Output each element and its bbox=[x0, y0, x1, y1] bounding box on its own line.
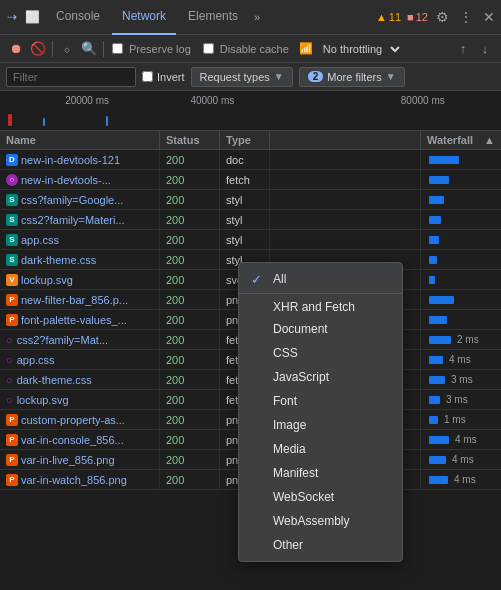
dropdown-item-document[interactable]: ✓ Document bbox=[239, 317, 402, 341]
dropdown-item-other[interactable]: ✓ Other bbox=[239, 533, 402, 557]
row-status: 200 bbox=[160, 150, 220, 169]
separator-1 bbox=[52, 41, 53, 57]
row-status: 200 bbox=[160, 310, 220, 329]
more-options-icon[interactable]: ⋮ bbox=[457, 7, 475, 27]
row-waterfall bbox=[421, 270, 501, 289]
pointer-icon[interactable]: ⇢ bbox=[4, 9, 20, 25]
row-name: ○ css2?family=Mat... bbox=[0, 330, 160, 349]
row-status: 200 bbox=[160, 250, 220, 269]
header-name: Name bbox=[0, 131, 160, 149]
warning-badge: ▲ 11 bbox=[376, 11, 401, 23]
row-waterfall: 4 ms bbox=[421, 450, 501, 469]
throttling-selector[interactable]: 📶 No throttling Fast 3G Slow 3G bbox=[299, 41, 403, 57]
waterfall-bar bbox=[429, 236, 439, 244]
row-misc bbox=[270, 190, 421, 209]
tab-elements[interactable]: Elements bbox=[178, 0, 248, 35]
resource-icon-css: S bbox=[6, 194, 18, 206]
dropdown-item-xhr[interactable]: ✓ XHR and Fetch bbox=[239, 293, 402, 317]
waterfall-bar bbox=[429, 396, 440, 404]
device-icon[interactable]: ⬜ bbox=[24, 9, 40, 25]
check-icon: ✓ bbox=[251, 272, 265, 287]
dropdown-item-javascript[interactable]: ✓ JavaScript bbox=[239, 365, 402, 389]
row-waterfall: 4 ms bbox=[421, 470, 501, 489]
disable-cache-checkbox[interactable] bbox=[203, 43, 214, 54]
request-types-button[interactable]: Request types ▼ bbox=[191, 67, 293, 87]
row-waterfall: 4 ms bbox=[421, 350, 501, 369]
table-row[interactable]: ○ new-in-devtools-... 200 fetch bbox=[0, 170, 501, 190]
download-icon[interactable]: ↓ bbox=[475, 39, 495, 59]
dropdown-arrow: ▼ bbox=[274, 71, 284, 82]
dropdown-item-font[interactable]: ✓ Font bbox=[239, 389, 402, 413]
row-type: styl bbox=[220, 190, 270, 209]
dropdown-item-media[interactable]: ✓ Media bbox=[239, 437, 402, 461]
dropdown-item-label: WebSocket bbox=[273, 490, 334, 504]
dropdown-item-manifest[interactable]: ✓ Manifest bbox=[239, 461, 402, 485]
dropdown-item-webassembly[interactable]: ✓ WebAssembly bbox=[239, 509, 402, 533]
disable-cache-label: Disable cache bbox=[220, 43, 289, 55]
preserve-log-checkbox[interactable] bbox=[112, 43, 123, 54]
tab-more[interactable]: » bbox=[250, 11, 264, 23]
separator-2 bbox=[103, 41, 104, 57]
tab-network[interactable]: Network bbox=[112, 0, 176, 35]
table-row[interactable]: S css2?family=Materi... 200 styl bbox=[0, 210, 501, 230]
invert-checkbox[interactable] bbox=[142, 71, 153, 82]
dropdown-item-all[interactable]: ✓ All bbox=[239, 267, 402, 291]
waterfall-bar bbox=[429, 376, 445, 384]
row-status: 200 bbox=[160, 430, 220, 449]
more-filters-arrow: ▼ bbox=[386, 71, 396, 82]
row-type: styl bbox=[220, 210, 270, 229]
table-row[interactable]: D new-in-devtools-121 200 doc bbox=[0, 150, 501, 170]
waterfall-bar bbox=[429, 216, 441, 224]
upload-icon[interactable]: ↑ bbox=[453, 39, 473, 59]
timeline-bars bbox=[8, 110, 493, 126]
dropdown-item-css[interactable]: ✓ CSS bbox=[239, 341, 402, 365]
filter-toggle[interactable]: ⬦ bbox=[57, 39, 77, 59]
settings-icon[interactable]: ⚙ bbox=[434, 7, 451, 27]
row-waterfall bbox=[421, 150, 501, 169]
row-waterfall bbox=[421, 250, 501, 269]
fetch-circle-icon: ○ bbox=[6, 334, 13, 346]
dropdown-item-label: Image bbox=[273, 418, 306, 432]
row-name: S app.css bbox=[0, 230, 160, 249]
row-misc bbox=[270, 230, 421, 249]
row-name: ○ dark-theme.css bbox=[0, 370, 160, 389]
preserve-log-group: Preserve log bbox=[112, 43, 193, 55]
record-button[interactable]: ⏺ bbox=[6, 39, 26, 59]
resource-icon-png: P bbox=[6, 294, 18, 306]
waterfall-bar bbox=[429, 176, 449, 184]
row-time: 4 ms bbox=[452, 454, 474, 465]
more-filters-button[interactable]: 2 More filters ▼ bbox=[299, 67, 405, 87]
resource-icon-css: S bbox=[6, 214, 18, 226]
invert-group: Invert bbox=[142, 71, 185, 83]
tab-console[interactable]: Console bbox=[46, 0, 110, 35]
row-waterfall bbox=[421, 170, 501, 189]
row-misc bbox=[270, 170, 421, 189]
waterfall-bar bbox=[429, 436, 449, 444]
timeline-bar-1 bbox=[43, 118, 45, 126]
clear-button[interactable]: 🚫 bbox=[28, 39, 48, 59]
resource-icon-css: S bbox=[6, 254, 18, 266]
dropdown-item-image[interactable]: ✓ Image bbox=[239, 413, 402, 437]
table-row[interactable]: S app.css 200 styl bbox=[0, 230, 501, 250]
row-waterfall bbox=[421, 210, 501, 229]
dropdown-item-websocket[interactable]: ✓ WebSocket bbox=[239, 485, 402, 509]
tab-right-actions: ▲ 11 ■ 12 ⚙ ⋮ ✕ bbox=[376, 7, 497, 27]
invert-label: Invert bbox=[157, 71, 185, 83]
timeline-bar-2 bbox=[106, 116, 108, 126]
wifi-icon: 📶 bbox=[299, 42, 313, 55]
error-badge: ■ 12 bbox=[407, 11, 428, 23]
tab-bar: ⇢ ⬜ Console Network Elements » ▲ 11 ■ 12… bbox=[0, 0, 501, 35]
row-type: doc bbox=[220, 150, 270, 169]
table-row[interactable]: S css?family=Google... 200 styl bbox=[0, 190, 501, 210]
row-status: 200 bbox=[160, 270, 220, 289]
row-name: P var-in-console_856... bbox=[0, 430, 160, 449]
row-name: P var-in-live_856.png bbox=[0, 450, 160, 469]
resource-icon-fetch: ○ bbox=[6, 174, 18, 186]
close-icon[interactable]: ✕ bbox=[481, 7, 497, 27]
search-button[interactable]: 🔍 bbox=[79, 39, 99, 59]
dropdown-item-label: Font bbox=[273, 394, 297, 408]
row-time: 4 ms bbox=[454, 474, 476, 485]
filter-input[interactable] bbox=[6, 67, 136, 87]
throttling-select[interactable]: No throttling Fast 3G Slow 3G bbox=[315, 41, 403, 57]
row-name: S css?family=Google... bbox=[0, 190, 160, 209]
